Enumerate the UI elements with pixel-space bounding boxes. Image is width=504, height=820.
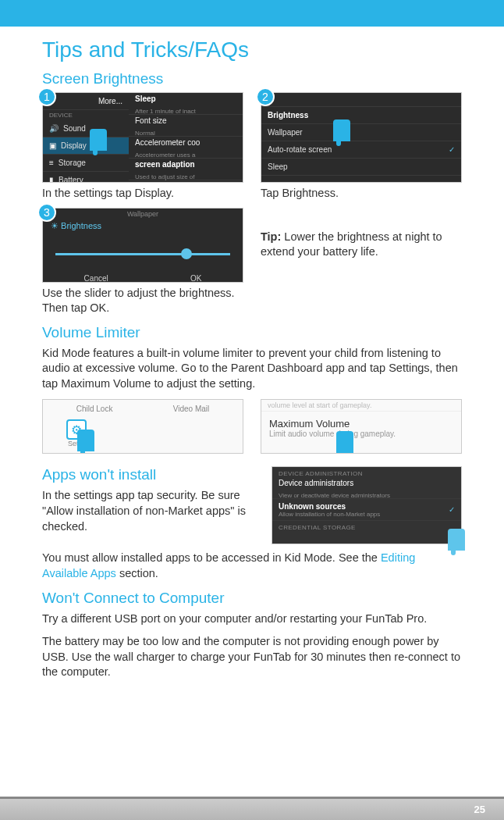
section-volume-limiter: Volume Limiter Kid Mode features a built… — [42, 324, 462, 455]
ss3-cancel: Cancel — [84, 274, 108, 283]
page-title: Tips and Tricks/FAQs — [42, 37, 462, 62]
ss3-wallpaper: Wallpaper — [43, 209, 243, 218]
caption-step-1: In the settings tap Display. — [42, 186, 243, 201]
screenshot-settings-display: More... DEVICE 🔊Sound ▣Display ≡Storage … — [42, 92, 243, 183]
step-badge-3: 3 — [37, 203, 56, 222]
brightness-slider — [55, 253, 230, 255]
ss3-brightness-label: Brightness — [61, 221, 101, 230]
sec-r2s: Allow installation of non-Market apps — [279, 511, 380, 518]
heading-screen-brightness: Screen Brightness — [42, 70, 462, 87]
ss1-sound: Sound — [63, 124, 86, 133]
apps-screenshot-col: DEVICE ADMINISTRATION Device administrat… — [272, 466, 462, 544]
vl-topcut: volume level at start of gameplay. — [261, 400, 461, 412]
apps-para2-b: section. — [116, 567, 158, 579]
sec-r1s: View or deactivate device administrators — [279, 492, 390, 499]
screenshot-max-volume: volume level at start of gameplay. Maxim… — [261, 399, 462, 454]
ss1-battery: Battery — [59, 176, 83, 183]
ss1-sleep: Sleep — [135, 94, 156, 103]
screenshot-parent-dashboard: Child Lock Video Mail ⚙ Settings — [42, 399, 243, 454]
apps-install-body1: In the settings app tap security. Be sur… — [42, 488, 254, 534]
sec-hdr2: CREDENTIAL STORAGE — [272, 521, 461, 531]
apps-install-para2: You must allow installed apps to be acce… — [42, 551, 462, 581]
wont-connect-p1: Try a different USB port on your compute… — [42, 611, 462, 627]
screenshot-security-settings: DEVICE ADMINISTRATION Device administrat… — [272, 466, 462, 544]
screenshot-brightness-menu: Brightness Wallpaper Auto-rotate screen✓… — [261, 92, 462, 183]
ss1-sleep-sub: After 1 minute of inact — [135, 108, 196, 115]
step-2: 2 Brightness Wallpaper Auto-rotate scree… — [261, 92, 462, 201]
ss1-accel-sub: Accelerometer uses a — [135, 152, 195, 159]
ss2-brightness: Brightness — [268, 111, 308, 119]
check-icon: ✓ — [449, 145, 455, 154]
ss1-adapt-sub: Used to adjust size of — [135, 173, 194, 180]
sec-r2: Unknown sources — [279, 502, 380, 511]
step-badge-2: 2 — [256, 87, 275, 106]
vl-screenshot-left: Child Lock Video Mail ⚙ Settings — [42, 399, 243, 454]
ss1-font-sub: Normal — [135, 130, 155, 137]
screenshot-brightness-slider: Wallpaper ☀ Brightness Cancel OK Acceler… — [42, 208, 243, 283]
step-badge-1: 1 — [37, 87, 56, 106]
apps-para2-a: You must allow installed apps to be acce… — [42, 551, 381, 564]
ss2-sleep: Sleep — [268, 162, 288, 171]
ss1-device-hdr: DEVICE — [43, 110, 129, 120]
vl-screenshot-right: volume level at start of gameplay. Maxim… — [261, 399, 462, 454]
ss3-ok: OK — [190, 274, 201, 283]
vl-maxvol-title: Maximum Volume — [269, 418, 453, 430]
vl-childlock: Child Lock — [76, 405, 113, 413]
step-3: 3 Wallpaper ☀ Brightness Cancel OK Accel… — [42, 208, 243, 316]
tip-label: Tip: — [261, 230, 281, 243]
ss2-autorotate: Auto-rotate screen — [268, 145, 332, 154]
tap-pointer-icon — [333, 119, 350, 141]
ss1-font: Font size — [135, 116, 167, 125]
sec-r1: Device administrators — [279, 479, 353, 487]
heading-wont-connect: Won't Connect to Computer — [42, 590, 462, 607]
caption-step-3: Use the slider to adjust the brightness.… — [42, 286, 243, 316]
tap-pointer-icon — [448, 529, 465, 551]
section-wont-connect: Won't Connect to Computer Try a differen… — [42, 590, 462, 680]
ss1-adapt: screen adaption — [135, 160, 195, 169]
tap-pointer-icon — [77, 430, 94, 451]
ss2-wallpaper: Wallpaper — [268, 128, 303, 137]
tip-text: Lower the brightness at night to extend … — [261, 230, 442, 258]
step-1: 1 More... DEVICE 🔊Sound ▣Display ≡Storag… — [42, 92, 243, 201]
vl-maxvol-sub: Limit audio volume during gameplay. — [269, 430, 453, 438]
ss1-display: Display — [61, 141, 87, 150]
heading-volume-limiter: Volume Limiter — [42, 324, 462, 341]
footer-bar: 25 — [0, 797, 504, 820]
header-bar — [0, 0, 504, 27]
tip-block: Tip: Lower the brightness at night to ex… — [261, 208, 462, 316]
section-apps-install: Apps won't install In the settings app t… — [42, 466, 462, 581]
content-area: Tips and Tricks/FAQs Screen Brightness 1… — [0, 27, 504, 680]
tap-pointer-icon — [336, 431, 353, 453]
ss1-more: More... — [98, 97, 122, 105]
caption-step-2: Tap Brightness. — [261, 186, 462, 201]
check-icon: ✓ — [449, 505, 455, 514]
slider-thumb-icon — [181, 248, 192, 259]
section-screen-brightness: Screen Brightness 1 More... DEVICE 🔊Soun… — [42, 70, 462, 316]
sec-hdr: DEVICE ADMINISTRATION — [272, 467, 461, 477]
vl-videomail: Video Mail — [173, 405, 210, 413]
ss1-accel: Accelerometer coo — [135, 138, 200, 147]
wont-connect-p2: The battery may be too low and the compu… — [42, 634, 462, 680]
page-number: 25 — [474, 804, 485, 815]
ss1-storage: Storage — [59, 159, 86, 167]
tap-pointer-icon — [90, 129, 107, 151]
volume-limiter-body: Kid Mode features a built-in volume limi… — [42, 346, 462, 392]
heading-apps-install: Apps won't install — [42, 466, 254, 483]
